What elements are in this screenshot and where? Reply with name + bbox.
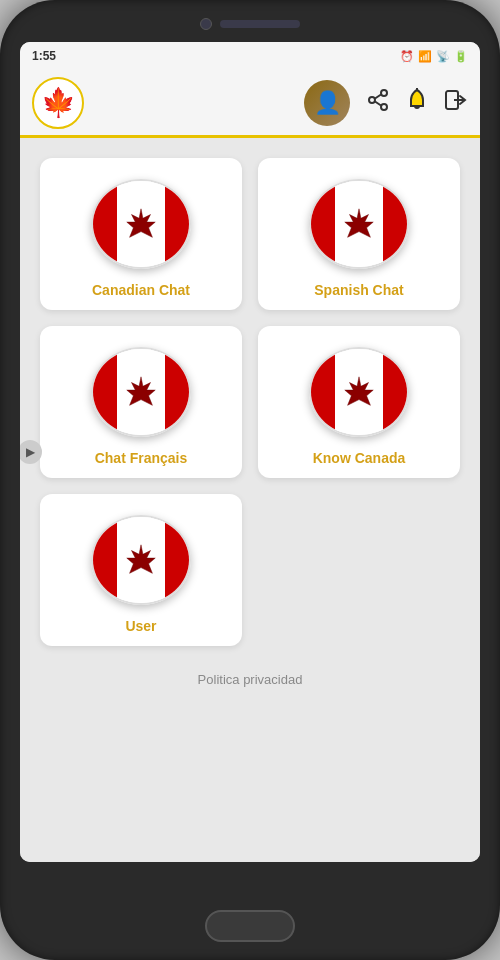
battery-icon: 🔋 <box>454 50 468 63</box>
know-canada-card[interactable]: Know Canada <box>258 326 460 478</box>
know-canada-flag-oval <box>309 347 409 437</box>
speaker <box>220 20 300 28</box>
svg-point-1 <box>369 97 375 103</box>
single-card-row: User <box>40 494 460 646</box>
spanish-chat-card[interactable]: Spanish Chat <box>258 158 460 310</box>
spanish-chat-icon <box>304 174 414 274</box>
chat-francais-card[interactable]: Chat Français <box>40 326 242 478</box>
canadian-flag-oval <box>91 179 191 269</box>
phone-frame: 1:55 ⏰ 📶 📡 🔋 🍁 👤 <box>0 0 500 960</box>
top-bar: 🍁 👤 <box>20 70 480 138</box>
canadian-chat-icon <box>86 174 196 274</box>
chat-francais-label: Chat Français <box>95 450 188 466</box>
home-button[interactable] <box>205 910 295 942</box>
bell-icon[interactable] <box>406 88 428 118</box>
user-avatar[interactable]: 👤 <box>304 80 350 126</box>
share-icon[interactable] <box>366 89 390 117</box>
status-bar: 1:55 ⏰ 📶 📡 🔋 <box>20 42 480 70</box>
know-canada-label: Know Canada <box>313 450 406 466</box>
user-flag-oval <box>91 515 191 605</box>
exit-icon[interactable] <box>444 89 468 117</box>
svg-line-4 <box>375 101 381 105</box>
top-bar-right: 👤 <box>304 80 468 126</box>
chat-grid: Canadian Chat <box>40 158 460 478</box>
know-canada-icon <box>304 342 414 442</box>
app-logo: 🍁 <box>32 77 84 129</box>
user-card[interactable]: User <box>40 494 242 646</box>
spanish-flag-oval <box>309 179 409 269</box>
phone-top <box>0 0 500 30</box>
chat-francais-icon <box>86 342 196 442</box>
status-icons: ⏰ 📶 📡 🔋 <box>400 50 468 63</box>
francais-flag-oval <box>91 347 191 437</box>
spanish-chat-label: Spanish Chat <box>314 282 403 298</box>
camera <box>200 18 212 30</box>
svg-point-2 <box>381 104 387 110</box>
phone-bottom <box>205 910 295 960</box>
logo-maple-icon: 🍁 <box>41 86 76 119</box>
alarm-icon: ⏰ <box>400 50 414 63</box>
user-card-label: User <box>125 618 156 634</box>
svg-line-3 <box>375 94 381 98</box>
status-time: 1:55 <box>32 49 56 63</box>
main-content: Canadian Chat <box>20 138 480 862</box>
canadian-chat-card[interactable]: Canadian Chat <box>40 158 242 310</box>
wifi-icon: 📶 <box>418 50 432 63</box>
privacy-label: Politica privacidad <box>198 672 303 687</box>
svg-point-0 <box>381 90 387 96</box>
signal-icon: 📡 <box>436 50 450 63</box>
user-card-icon <box>86 510 196 610</box>
privacy-footer[interactable]: Politica privacidad <box>40 662 460 697</box>
phone-screen: 1:55 ⏰ 📶 📡 🔋 🍁 👤 <box>20 42 480 862</box>
canadian-chat-label: Canadian Chat <box>92 282 190 298</box>
